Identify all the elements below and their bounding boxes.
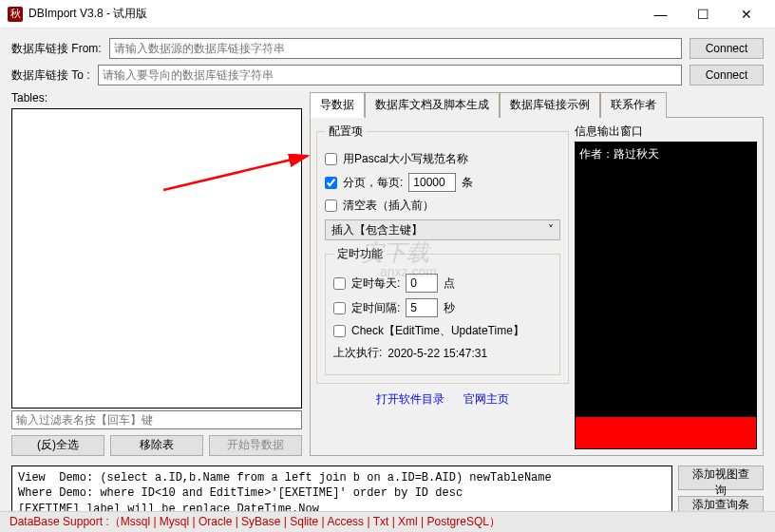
paging-checkbox[interactable] — [325, 177, 337, 189]
remove-table-button[interactable]: 移除表 — [110, 435, 203, 456]
filter-table-input[interactable] — [11, 410, 302, 429]
config-group-title: 配置项 — [325, 124, 367, 140]
last-exec-label: 上次执行: — [333, 345, 382, 361]
progress-bar — [575, 417, 757, 449]
maximize-button[interactable]: ☐ — [682, 0, 725, 28]
interval-value-input[interactable] — [406, 298, 438, 317]
tab-contact-author[interactable]: 联系作者 — [600, 92, 667, 118]
paging-label: 分页，每页: — [343, 175, 403, 191]
daily-value-input[interactable] — [406, 274, 438, 293]
open-dir-link[interactable]: 打开软件目录 — [376, 391, 444, 408]
tables-listbox[interactable] — [11, 108, 302, 408]
daily-suffix: 点 — [444, 276, 455, 292]
tab-bar: 导数据 数据库文档及脚本生成 数据库链接示例 联系作者 — [310, 91, 764, 118]
timer-group: 定时功能 定时每天: 点 定时间隔: 秒 — [325, 246, 560, 375]
minimize-button[interactable]: — — [639, 0, 682, 28]
info-output-label: 信息输出窗口 — [575, 124, 757, 140]
config-group: 配置项 用Pascal大小写规范名称 分页，每页: 条 — [316, 124, 569, 384]
insert-mode-selected: 插入【包含主键】 — [331, 222, 423, 238]
check-edittime-checkbox[interactable] — [333, 325, 346, 337]
tab-conn-example[interactable]: 数据库链接示例 — [500, 92, 600, 118]
status-text: DataBase Support :（Mssql | Mysql | Oracl… — [9, 514, 501, 530]
info-author-text: 作者：路过秋天 — [579, 146, 752, 162]
from-label: 数据库链接 From: — [11, 41, 102, 57]
to-connection-input[interactable] — [98, 65, 682, 86]
interval-suffix: 秒 — [444, 300, 455, 316]
paging-value-input[interactable] — [408, 173, 456, 192]
select-all-button[interactable]: (反)全选 — [11, 435, 104, 456]
interval-label: 定时间隔: — [351, 300, 400, 316]
pascal-checkbox[interactable] — [325, 153, 337, 165]
titlebar: 秋 DBImport V3.8 - 试用版 — ☐ ✕ — [0, 0, 775, 28]
daily-label: 定时每天: — [351, 276, 400, 292]
interval-checkbox[interactable] — [333, 302, 346, 314]
add-view-query-button[interactable]: 添加视图查询 — [678, 466, 764, 490]
status-bar: DataBase Support :（Mssql | Mysql | Oracl… — [0, 511, 775, 532]
tab-doc-script[interactable]: 数据库文档及脚本生成 — [365, 92, 500, 118]
demo-line1: View Demo: (select a.ID,b.Name from a le… — [18, 471, 552, 484]
connect-from-button[interactable]: Connect — [690, 38, 764, 59]
tab-import-data[interactable]: 导数据 — [310, 92, 365, 118]
paging-suffix: 条 — [462, 175, 473, 191]
to-label: 数据库链接 To : — [11, 67, 90, 84]
pascal-label: 用Pascal大小写规范名称 — [343, 151, 468, 167]
connect-to-button[interactable]: Connect — [690, 65, 764, 86]
window-title: DBImport V3.8 - 试用版 — [28, 6, 639, 22]
clear-table-label: 清空表（插入前） — [343, 198, 434, 214]
start-import-button[interactable]: 开始导数据 — [209, 435, 302, 456]
website-link[interactable]: 官网主页 — [463, 391, 509, 408]
info-output-box[interactable]: 作者：路过秋天 — [575, 142, 757, 418]
from-connection-input[interactable] — [109, 38, 682, 59]
insert-mode-dropdown[interactable]: 插入【包含主键】 ˅ — [325, 219, 560, 240]
chevron-down-icon: ˅ — [548, 223, 554, 237]
daily-checkbox[interactable] — [333, 277, 346, 290]
demo-line2: Where Demo: where ID<10 and EditTime>'[E… — [18, 486, 463, 500]
tables-label: Tables: — [11, 91, 302, 104]
clear-table-checkbox[interactable] — [325, 200, 337, 212]
app-icon: 秋 — [8, 7, 23, 22]
check-edittime-label: Check【EditTime、UpdateTime】 — [351, 323, 524, 339]
close-button[interactable]: ✕ — [725, 0, 767, 28]
timer-group-title: 定时功能 — [333, 246, 387, 262]
last-exec-value: 2020-5-22 15:47:31 — [388, 347, 487, 360]
